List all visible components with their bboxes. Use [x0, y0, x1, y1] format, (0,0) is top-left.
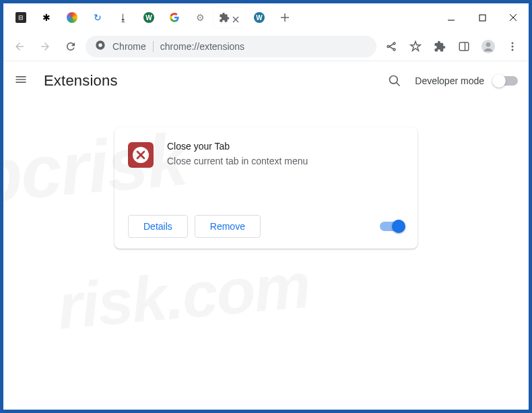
tab-10[interactable]: W — [247, 7, 271, 28]
favicon-puzzle-icon — [219, 12, 230, 23]
new-tab-button[interactable] — [275, 8, 294, 27]
tab-7[interactable] — [162, 7, 187, 28]
tab-8[interactable]: ⚙ — [188, 7, 212, 28]
svg-point-2 — [98, 43, 102, 46]
page-title: Extensions — [44, 72, 118, 90]
svg-point-9 — [486, 42, 490, 46]
developer-mode-label: Developer mode — [415, 75, 484, 86]
extension-name: Close your Tab — [167, 141, 308, 152]
tab-3[interactable] — [60, 7, 84, 28]
svg-point-3 — [387, 45, 389, 47]
tab-active-extensions[interactable] — [213, 7, 246, 28]
sidepanel-icon[interactable] — [453, 36, 475, 57]
omnibox-url: chrome://extensions — [160, 41, 244, 52]
minimize-button[interactable] — [436, 5, 467, 30]
hamburger-icon[interactable] — [14, 73, 30, 89]
watermark: risk.com — [55, 249, 312, 344]
svg-rect-6 — [459, 42, 469, 51]
favicon-w-icon: W — [143, 12, 154, 23]
reload-button[interactable] — [60, 36, 81, 57]
favicon-rainbow-icon — [67, 12, 77, 23]
omnibox[interactable]: Chrome chrome://extensions — [86, 36, 376, 57]
chrome-icon — [95, 40, 106, 53]
address-bar: Chrome chrome://extensions — [3, 32, 529, 61]
extension-description: Close current tab in context menu — [167, 156, 308, 166]
extensions-icon[interactable] — [429, 36, 451, 57]
favicon-download-icon: ⭳ — [118, 12, 129, 23]
svg-line-14 — [397, 82, 400, 86]
close-window-button[interactable] — [498, 5, 529, 30]
search-icon[interactable] — [384, 70, 405, 92]
extensions-content: Close your Tab Close current tab in cont… — [3, 100, 529, 249]
svg-point-12 — [512, 49, 514, 51]
tab-4[interactable]: ↻ — [86, 7, 110, 28]
favicon-film-icon: ✱ — [41, 12, 52, 23]
omnibox-chip: Chrome — [112, 41, 154, 52]
details-button[interactable]: Details — [128, 215, 188, 238]
header-right: Developer mode — [384, 70, 518, 92]
extension-app-icon — [128, 142, 154, 168]
favicon-gear-icon: ⚙ — [195, 12, 205, 23]
favicon-recycle-icon: ↻ — [92, 12, 103, 23]
svg-point-10 — [512, 42, 514, 44]
svg-point-11 — [512, 45, 514, 47]
svg-point-5 — [393, 49, 395, 51]
tab-5[interactable]: ⭳ — [111, 7, 135, 28]
menu-icon[interactable] — [502, 36, 523, 57]
bookmark-icon[interactable] — [405, 36, 426, 57]
developer-mode-toggle[interactable] — [494, 76, 518, 86]
maximize-button[interactable] — [467, 5, 498, 30]
browser-titlebar: ⊟ ✱ ↻ ⭳ W ⚙ W — [3, 3, 529, 32]
back-button[interactable] — [9, 36, 30, 57]
extensions-header: Extensions Developer mode — [3, 61, 529, 100]
favicon-wordpress-icon: W — [254, 12, 265, 23]
extension-enable-toggle[interactable] — [380, 222, 404, 231]
remove-button[interactable]: Remove — [195, 215, 261, 238]
tab-6[interactable]: W — [137, 7, 161, 28]
share-icon[interactable] — [380, 36, 402, 57]
profile-icon[interactable] — [477, 36, 499, 57]
favicon-projector-icon: ⊟ — [15, 12, 26, 23]
svg-point-4 — [393, 42, 395, 44]
toolbar-icons — [380, 36, 523, 57]
close-icon[interactable] — [232, 13, 240, 22]
svg-point-13 — [390, 75, 398, 84]
window-controls — [436, 5, 529, 30]
tabs-row: ⊟ ✱ ↻ ⭳ W ⚙ W — [9, 7, 436, 28]
favicon-google-icon — [169, 12, 180, 23]
tab-1[interactable]: ⊟ — [9, 7, 33, 28]
forward-button[interactable] — [34, 36, 56, 57]
tab-2[interactable]: ✱ — [34, 7, 59, 28]
svg-rect-0 — [479, 15, 486, 21]
extension-card: Close your Tab Close current tab in cont… — [114, 127, 418, 249]
